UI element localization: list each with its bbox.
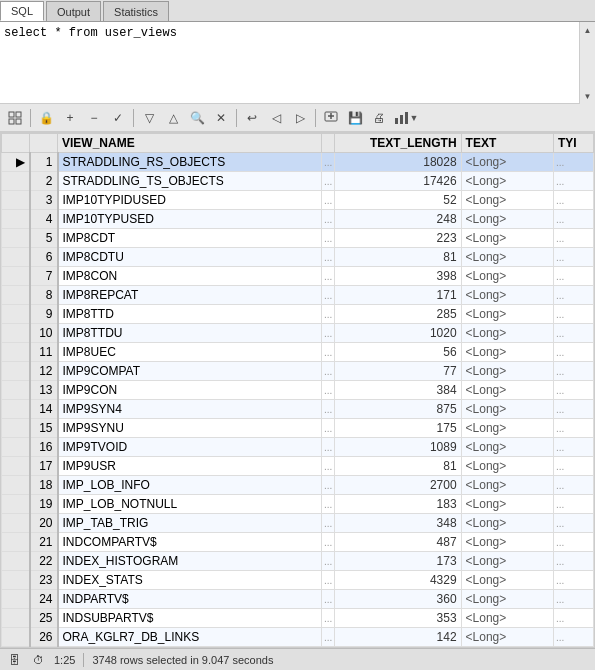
search-button[interactable]: 🔍 — [186, 107, 208, 129]
type-cell[interactable]: ... — [554, 590, 594, 609]
table-row[interactable]: 8IMP8REPCAT...171<Long>... — [2, 286, 594, 305]
row-dots[interactable]: ... — [321, 191, 334, 210]
type-cell[interactable]: ... — [554, 571, 594, 590]
row-dots[interactable]: ... — [321, 153, 334, 172]
row-dots[interactable]: ... — [321, 590, 334, 609]
table-row[interactable]: 15IMP9SYNU...175<Long>... — [2, 419, 594, 438]
tab-statistics[interactable]: Statistics — [103, 1, 169, 21]
table-row[interactable]: 10IMP8TTDU...1020<Long>... — [2, 324, 594, 343]
row-dots[interactable]: ... — [321, 229, 334, 248]
scroll-up-arrow[interactable]: ▲ — [581, 22, 595, 38]
lock-button[interactable]: 🔒 — [35, 107, 57, 129]
row-dots[interactable]: ... — [321, 533, 334, 552]
sql-input[interactable]: select * from user_views — [4, 26, 573, 98]
col-text-length[interactable]: TEXT_LENGTH — [335, 134, 461, 153]
add-button[interactable]: + — [59, 107, 81, 129]
type-cell[interactable]: ... — [554, 324, 594, 343]
table-row[interactable]: 26ORA_KGLR7_DB_LINKS...142<Long>... — [2, 628, 594, 647]
row-dots[interactable]: ... — [321, 495, 334, 514]
table-row[interactable]: 23INDEX_STATS...4329<Long>... — [2, 571, 594, 590]
type-cell[interactable]: ... — [554, 552, 594, 571]
row-dots[interactable]: ... — [321, 438, 334, 457]
col-text[interactable]: TEXT — [461, 134, 553, 153]
delete-button[interactable]: − — [83, 107, 105, 129]
type-cell[interactable]: ... — [554, 153, 594, 172]
table-row[interactable]: 13IMP9CON...384<Long>... — [2, 381, 594, 400]
table-row[interactable]: 4IMP10TYPUSED...248<Long>... — [2, 210, 594, 229]
type-cell[interactable]: ... — [554, 248, 594, 267]
table-row[interactable]: 22INDEX_HISTOGRAM...173<Long>... — [2, 552, 594, 571]
table-row[interactable]: 5IMP8CDT...223<Long>... — [2, 229, 594, 248]
type-cell[interactable]: ... — [554, 286, 594, 305]
type-cell[interactable]: ... — [554, 267, 594, 286]
row-dots[interactable]: ... — [321, 476, 334, 495]
table-row[interactable]: 17IMP9USR...81<Long>... — [2, 457, 594, 476]
type-cell[interactable]: ... — [554, 419, 594, 438]
row-dots[interactable]: ... — [321, 609, 334, 628]
table-row[interactable]: 21INDCOMPARTV$...487<Long>... — [2, 533, 594, 552]
row-dots[interactable]: ... — [321, 172, 334, 191]
row-dots[interactable]: ... — [321, 267, 334, 286]
type-cell[interactable]: ... — [554, 381, 594, 400]
table-row[interactable]: 16IMP9TVOID...1089<Long>... — [2, 438, 594, 457]
chart-button[interactable]: ▼ — [392, 107, 420, 129]
type-cell[interactable]: ... — [554, 647, 594, 649]
type-cell[interactable]: ... — [554, 457, 594, 476]
type-cell[interactable]: ... — [554, 514, 594, 533]
type-cell[interactable]: ... — [554, 609, 594, 628]
type-cell[interactable]: ... — [554, 533, 594, 552]
type-cell[interactable]: ... — [554, 362, 594, 381]
type-cell[interactable]: ... — [554, 495, 594, 514]
table-row[interactable]: 27ORA_KGLR7_DEPENDENCIES...4401<Long>... — [2, 647, 594, 649]
row-dots[interactable]: ... — [321, 457, 334, 476]
data-table-wrapper[interactable]: VIEW_NAME TEXT_LENGTH TEXT TYI ▶1STRADDL… — [0, 132, 595, 648]
type-cell[interactable]: ... — [554, 210, 594, 229]
save-button[interactable]: 💾 — [344, 107, 366, 129]
row-dots[interactable]: ... — [321, 362, 334, 381]
type-cell[interactable]: ... — [554, 438, 594, 457]
table-row[interactable]: 20IMP_TAB_TRIG...348<Long>... — [2, 514, 594, 533]
type-cell[interactable]: ... — [554, 191, 594, 210]
row-dots[interactable]: ... — [321, 286, 334, 305]
tab-sql[interactable]: SQL — [0, 1, 44, 21]
row-dots[interactable]: ... — [321, 419, 334, 438]
filter-up-button[interactable]: △ — [162, 107, 184, 129]
type-cell[interactable]: ... — [554, 229, 594, 248]
print-button[interactable]: 🖨 — [368, 107, 390, 129]
table-row[interactable]: 9IMP8TTD...285<Long>... — [2, 305, 594, 324]
table-row[interactable]: 24INDPARTV$...360<Long>... — [2, 590, 594, 609]
row-dots[interactable]: ... — [321, 400, 334, 419]
grid-view-button[interactable] — [4, 107, 26, 129]
table-row[interactable]: 2STRADDLING_TS_OBJECTS...17426<Long>... — [2, 172, 594, 191]
row-dots[interactable]: ... — [321, 210, 334, 229]
table-row[interactable]: ▶1STRADDLING_RS_OBJECTS...18028<Long>... — [2, 153, 594, 172]
row-dots[interactable]: ... — [321, 248, 334, 267]
row-dots[interactable]: ... — [321, 514, 334, 533]
table-row[interactable]: 19IMP_LOB_NOTNULL...183<Long>... — [2, 495, 594, 514]
row-dots[interactable]: ... — [321, 381, 334, 400]
type-cell[interactable]: ... — [554, 305, 594, 324]
tab-output[interactable]: Output — [46, 1, 101, 21]
row-dots[interactable]: ... — [321, 552, 334, 571]
table-row[interactable]: 12IMP9COMPAT...77<Long>... — [2, 362, 594, 381]
commit-button[interactable] — [320, 107, 342, 129]
type-cell[interactable]: ... — [554, 172, 594, 191]
type-cell[interactable]: ... — [554, 628, 594, 647]
clear-button[interactable]: ✕ — [210, 107, 232, 129]
table-row[interactable]: 3IMP10TYPIDUSED...52<Long>... — [2, 191, 594, 210]
refresh-button[interactable]: ↩ — [241, 107, 263, 129]
filter-down-button[interactable]: ▽ — [138, 107, 160, 129]
col-type[interactable]: TYI — [554, 134, 594, 153]
row-dots[interactable]: ... — [321, 571, 334, 590]
type-cell[interactable]: ... — [554, 400, 594, 419]
table-row[interactable]: 14IMP9SYN4...875<Long>... — [2, 400, 594, 419]
col-view-name[interactable]: VIEW_NAME — [58, 134, 322, 153]
type-cell[interactable]: ... — [554, 343, 594, 362]
row-dots[interactable]: ... — [321, 647, 334, 649]
table-row[interactable]: 25INDSUBPARTV$...353<Long>... — [2, 609, 594, 628]
scroll-down-arrow[interactable]: ▼ — [581, 88, 595, 104]
row-dots[interactable]: ... — [321, 628, 334, 647]
type-cell[interactable]: ... — [554, 476, 594, 495]
check-button[interactable]: ✓ — [107, 107, 129, 129]
table-row[interactable]: 6IMP8CDTU...81<Long>... — [2, 248, 594, 267]
